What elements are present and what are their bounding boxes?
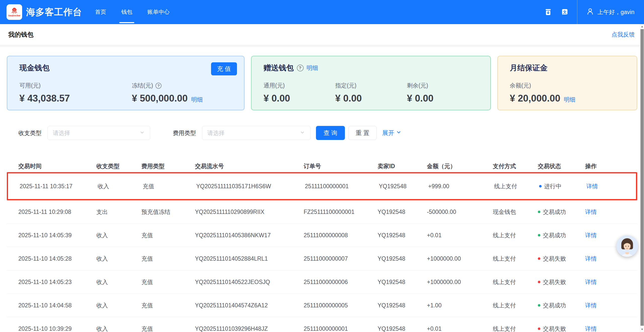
download-icon[interactable]	[544, 8, 552, 16]
monthly-deposit-card: 月结保证金 余额(元) ¥ 20,000.00 明细	[497, 56, 637, 110]
cell-seller-id: YQ192548	[378, 232, 427, 239]
cell-transaction-status: 交易成功	[538, 302, 585, 309]
scroll-up-arrow-icon[interactable]: ▲	[640, 24, 644, 29]
detail-link[interactable]: 详情	[586, 183, 598, 189]
status-dot-icon	[538, 327, 540, 330]
frozen-detail-link[interactable]: 明细	[191, 96, 203, 104]
user-menu[interactable]: 上午好，gavin	[586, 8, 637, 17]
income-type-select[interactable]: 请选择	[48, 126, 150, 140]
cell-amount: -500000.00	[427, 209, 493, 215]
cash-frozen-value: ¥ 500,000.00	[132, 93, 188, 104]
translate-icon[interactable]: 文	[560, 8, 569, 16]
status-text: 交易成功	[543, 231, 566, 239]
detail-link[interactable]: 详情	[585, 279, 597, 285]
cash-available-value: ¥ 43,038.57	[19, 93, 70, 104]
table-row: 2025-11-11 10:35:17收入充值YQ202511111035171…	[8, 173, 636, 199]
wallet-cards-row: 现金钱包 充 值 可用(元) ¥ 43,038.57 冻结(元) ? ¥	[7, 56, 637, 110]
greeting-text: 上午好，gavin	[597, 8, 634, 16]
feedback-link[interactable]: 点我反馈	[612, 31, 635, 38]
search-button[interactable]: 查 询	[316, 126, 345, 140]
cell-flow-number: YQ202511101039296H48JZ	[195, 325, 304, 332]
cell-transaction-time: 2025-11-11 10:35:17	[20, 183, 98, 190]
scroll-down-arrow-icon[interactable]: ▼	[640, 327, 644, 331]
col-transaction-time: 交易时间	[18, 162, 96, 170]
page-title: 我的钱包	[8, 30, 33, 39]
recharge-button[interactable]: 充 值	[211, 62, 237, 75]
table-body: 2025-11-11 10:35:17收入充值YQ202511111035171…	[7, 172, 637, 332]
seadocker-logo[interactable]: SeaDocker	[7, 4, 22, 20]
detail-link[interactable]: 详情	[585, 302, 597, 309]
cell-transaction-status: 进行中	[539, 182, 586, 190]
cell-transaction-time: 2025-11-10 14:05:28	[18, 255, 96, 262]
cell-pay-method: 现金钱包	[493, 208, 538, 216]
cell-pay-method: 线上支付	[493, 278, 538, 286]
nav-item-wallet[interactable]: 钱包	[121, 0, 132, 24]
cell-order-number: 25111100000001	[305, 183, 379, 190]
cell-fee-type: 充值	[143, 182, 196, 190]
cell-order-number: 25111000000006	[304, 279, 378, 286]
scrollbar-thumb[interactable]	[640, 29, 644, 326]
income-type-placeholder: 请选择	[53, 129, 70, 137]
cash-frozen-label: 冻结(元)	[132, 82, 153, 89]
expand-label: 展开	[382, 129, 394, 137]
cash-wallet-title: 现金钱包	[19, 63, 50, 73]
fee-type-select[interactable]: 请选择	[202, 126, 310, 140]
cell-seller-id: YQ192548	[378, 209, 427, 215]
table-row: 2025-11-11 10:29:08支出预充值冻结YQ202511111029…	[7, 200, 637, 224]
app-title: 海多客工作台	[26, 6, 82, 18]
cell-seller-id: YQ192548	[378, 325, 427, 332]
table-header-row: 交易时间 收支类型 费用类型 交易流水号 订单号 卖家ID 金额（元） 支付方式…	[7, 160, 637, 172]
deposit-balance-label: 余额(元)	[510, 82, 531, 89]
cell-fee-type: 充值	[141, 278, 195, 286]
user-icon	[586, 8, 594, 17]
reset-button[interactable]: 重 置	[348, 126, 377, 140]
cell-transaction-time: 2025-11-10 14:05:23	[18, 279, 96, 286]
status-text: 进行中	[544, 182, 561, 190]
status-text: 交易成功	[543, 208, 566, 216]
table-row: 2025-11-10 10:39:29收入充值YQ202511101039296…	[7, 317, 637, 332]
cell-transaction-time: 2025-11-11 10:29:08	[18, 209, 96, 215]
deposit-detail-link[interactable]: 明细	[564, 96, 575, 104]
main-nav: 首页 钱包 账单中心	[95, 0, 170, 24]
svg-text:文: 文	[563, 10, 567, 14]
status-dot-icon	[539, 185, 542, 187]
detail-link[interactable]: 详情	[585, 209, 597, 215]
col-actions: 操作	[585, 162, 637, 170]
chevron-down-icon	[396, 129, 402, 137]
octopus-logo-icon	[11, 7, 18, 14]
assistant-avatar[interactable]	[616, 235, 638, 257]
cell-seller-id: YQ192548	[378, 255, 427, 262]
gift-wallet-title: 赠送钱包	[264, 63, 294, 73]
cell-io-type: 收入	[96, 278, 141, 286]
cell-pay-method: 线上支付	[493, 231, 538, 239]
cell-amount: +0.01	[427, 325, 493, 332]
cell-seller-id: YQ192548	[379, 183, 428, 190]
col-amount: 金额（元）	[427, 162, 493, 170]
status-dot-icon	[538, 257, 540, 260]
gift-detail-link[interactable]: 明细	[307, 64, 318, 72]
col-pay-method: 支付方式	[493, 162, 538, 170]
gift-remaining-label: 剩余(元)	[407, 82, 428, 89]
cell-transaction-status: 交易失败	[538, 278, 585, 286]
top-navigation-bar: SeaDocker 海多客工作台 首页 钱包 账单中心 文	[0, 0, 644, 24]
gift-help-icon[interactable]: ?	[297, 65, 304, 71]
nav-item-home[interactable]: 首页	[95, 0, 106, 24]
expand-filters-link[interactable]: 展开	[382, 129, 402, 137]
nav-item-billing-center[interactable]: 账单中心	[147, 0, 170, 24]
chevron-down-icon	[300, 130, 305, 136]
cell-transaction-status: 交易成功	[538, 231, 585, 239]
col-seller-id: 卖家ID	[378, 162, 427, 170]
cell-transaction-time: 2025-11-10 14:04:58	[18, 302, 96, 309]
cell-order-number: 25111000000008	[304, 232, 378, 239]
cell-actions: 详情	[586, 182, 636, 190]
cell-transaction-time: 2025-11-10 10:39:29	[18, 325, 96, 332]
cell-pay-method: 线上支付	[493, 255, 538, 263]
status-dot-icon	[538, 281, 540, 283]
detail-link[interactable]: 详情	[585, 325, 597, 332]
detail-link[interactable]: 详情	[585, 232, 597, 239]
detail-link[interactable]: 详情	[585, 255, 597, 262]
frozen-help-icon[interactable]: ?	[155, 83, 162, 89]
col-order-number: 订单号	[304, 162, 378, 170]
cell-order-number: FZ25111100000001	[304, 209, 378, 215]
cell-pay-method: 线上支付	[493, 302, 538, 309]
